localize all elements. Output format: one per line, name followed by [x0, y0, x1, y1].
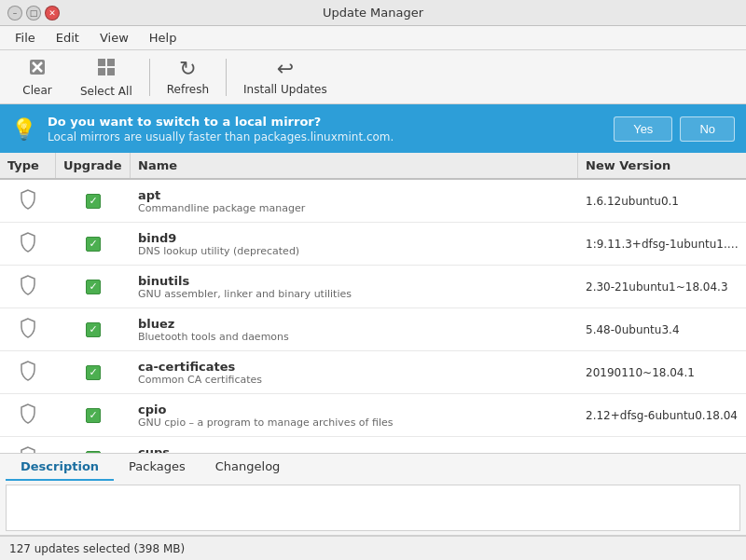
- shield-icon: [20, 318, 36, 341]
- version-cell: 5.48-0ubuntu3.4: [578, 320, 746, 340]
- svg-rect-6: [107, 68, 115, 75]
- table-row[interactable]: ✓apt Commandline package manager1.6.12ub…: [0, 180, 746, 223]
- checkbox-checked[interactable]: ✓: [86, 322, 101, 337]
- svg-rect-3: [98, 59, 105, 66]
- checkbox-checked[interactable]: ✓: [86, 194, 101, 209]
- col-type: Type: [0, 153, 56, 178]
- table-row[interactable]: ✓bind9 DNS lookup utility (deprecated)1:…: [0, 223, 746, 266]
- package-name: binutils: [138, 274, 571, 288]
- banner-yes-button[interactable]: Yes: [614, 116, 672, 142]
- table-row[interactable]: ✓bluez Bluetooth tools and daemons5.48-0…: [0, 308, 746, 351]
- shield-icon: [20, 189, 36, 212]
- svg-rect-5: [98, 68, 105, 75]
- package-desc: Common CA certificates: [138, 374, 571, 386]
- version-cell: 20190110~18.04.1: [578, 362, 746, 383]
- upgrade-cell[interactable]: ✓: [56, 319, 131, 341]
- tab-description[interactable]: Description: [6, 454, 114, 481]
- clear-button[interactable]: Clear: [7, 53, 67, 101]
- select-all-button[interactable]: Select All: [67, 53, 145, 102]
- name-cell: binutils GNU assembler, linker and binar…: [131, 270, 578, 304]
- maximize-button[interactable]: □: [26, 6, 41, 20]
- refresh-button[interactable]: ↻ Refresh: [154, 55, 222, 100]
- table-row[interactable]: ✓cups Common UNIX Printing System(tm) - …: [0, 437, 746, 453]
- table-header: Type Upgrade Name New Version: [0, 153, 746, 180]
- version-cell: 1.6.12ubuntu0.1: [578, 191, 746, 212]
- clear-label: Clear: [22, 84, 51, 97]
- table-body: ✓apt Commandline package manager1.6.12ub…: [0, 180, 746, 453]
- name-cell: bind9 DNS lookup utility (deprecated): [131, 227, 578, 261]
- install-icon: ↩: [277, 59, 294, 79]
- version-cell: 1:9.11.3+dfsg-1ubuntu1.12: [578, 234, 746, 254]
- clear-icon: [27, 57, 48, 80]
- menu-help[interactable]: Help: [140, 29, 186, 47]
- checkbox-checked[interactable]: ✓: [86, 365, 101, 380]
- upgrade-cell[interactable]: ✓: [56, 404, 131, 427]
- tab-changelog[interactable]: Changelog: [200, 454, 296, 481]
- bottom-tabs: DescriptionPackagesChangelog: [0, 454, 746, 536]
- package-desc: DNS lookup utility (deprecated): [138, 245, 571, 257]
- table-row[interactable]: ✓ca-certificates Common CA certificates2…: [0, 351, 746, 394]
- name-cell: cpio GNU cpio – a program to manage arch…: [131, 399, 578, 432]
- banner-subtitle: Local mirrors are usually faster than pa…: [48, 130, 602, 143]
- package-name: bind9: [138, 231, 571, 245]
- shield-icon: [20, 361, 36, 384]
- refresh-icon: ↻: [179, 59, 196, 79]
- refresh-label: Refresh: [167, 83, 209, 96]
- minimize-button[interactable]: –: [7, 6, 22, 20]
- table-row[interactable]: ✓cpio GNU cpio – a program to manage arc…: [0, 394, 746, 437]
- name-cell: apt Commandline package manager: [131, 184, 578, 218]
- package-name: apt: [138, 188, 571, 202]
- name-cell: cups Common UNIX Printing System(tm) - P…: [131, 442, 578, 454]
- type-cell: [0, 357, 56, 388]
- banner-no-button[interactable]: No: [680, 116, 735, 142]
- package-name: cups: [138, 445, 571, 454]
- version-cell: 2.12+dfsg-6ubuntu0.18.04: [578, 405, 746, 426]
- menu-file[interactable]: File: [6, 29, 45, 47]
- type-cell: [0, 443, 56, 453]
- tab-packages[interactable]: Packages: [114, 454, 200, 481]
- shield-icon: [20, 232, 36, 255]
- local-mirror-banner: 💡 Do you want to switch to a local mirro…: [0, 104, 746, 153]
- upgrade-cell[interactable]: ✓: [56, 190, 131, 212]
- package-desc: Commandline package manager: [138, 202, 571, 214]
- menu-view[interactable]: View: [90, 29, 138, 47]
- svg-rect-4: [107, 59, 115, 66]
- type-cell: [0, 185, 56, 216]
- install-updates-button[interactable]: ↩ Install Updates: [230, 55, 340, 100]
- package-name: cpio: [138, 403, 571, 417]
- name-cell: ca-certificates Common CA certificates: [131, 356, 578, 389]
- shield-icon: [20, 446, 36, 453]
- toolbar: Clear Select All ↻ Refresh ↩ Install Upd…: [0, 50, 746, 104]
- type-cell: [0, 228, 56, 259]
- version-cell: 2.2.7-1ubuntu2.8: [578, 448, 746, 454]
- select-all-label: Select All: [80, 85, 132, 98]
- statusbar: 127 updates selected (398 MB): [0, 536, 746, 560]
- upgrade-cell[interactable]: ✓: [56, 362, 131, 384]
- toolbar-sep-1: [149, 59, 150, 96]
- checkbox-checked[interactable]: ✓: [86, 451, 101, 454]
- shield-icon: [20, 275, 36, 298]
- col-upgrade: Upgrade: [56, 153, 131, 178]
- table-row[interactable]: ✓binutils GNU assembler, linker and bina…: [0, 266, 746, 308]
- checkbox-checked[interactable]: ✓: [86, 280, 101, 294]
- package-name: ca-certificates: [138, 360, 571, 374]
- type-cell: [0, 271, 56, 302]
- upgrade-cell[interactable]: ✓: [56, 233, 131, 255]
- package-desc: GNU cpio – a program to manage archives …: [138, 417, 571, 429]
- toolbar-sep-2: [226, 59, 227, 96]
- col-version: New Version: [578, 153, 746, 178]
- install-updates-label: Install Updates: [243, 83, 327, 96]
- checkbox-checked[interactable]: ✓: [86, 408, 101, 423]
- tab-content-area: [6, 485, 740, 531]
- upgrade-cell[interactable]: ✓: [56, 276, 131, 298]
- banner-title: Do you want to switch to a local mirror?: [48, 115, 602, 129]
- checkbox-checked[interactable]: ✓: [86, 237, 101, 252]
- menubar: File Edit View Help: [0, 26, 746, 50]
- upgrade-cell[interactable]: ✓: [56, 447, 131, 454]
- package-desc: Bluetooth tools and daemons: [138, 331, 571, 343]
- banner-text: Do you want to switch to a local mirror?…: [48, 115, 602, 143]
- menu-edit[interactable]: Edit: [47, 29, 89, 47]
- close-button[interactable]: ✕: [45, 6, 60, 20]
- type-cell: [0, 400, 56, 430]
- package-desc: GNU assembler, linker and binary utiliti…: [138, 288, 571, 300]
